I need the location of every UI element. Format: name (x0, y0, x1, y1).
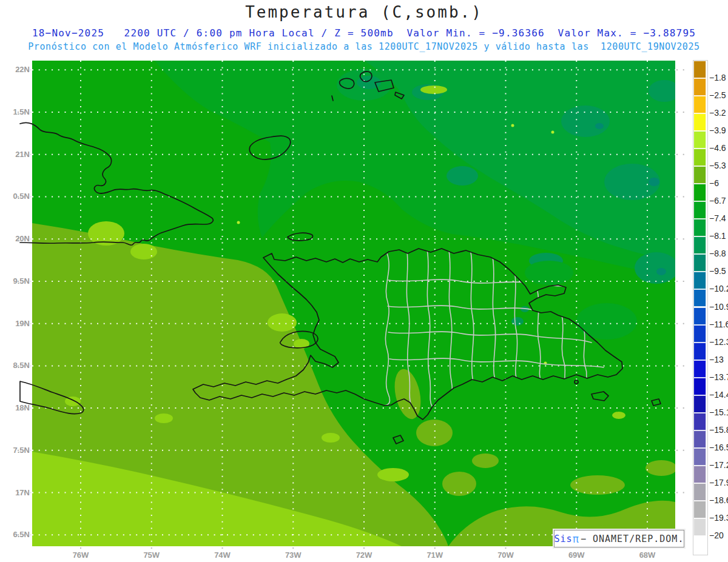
colorbar-tick-label: −17.9 (709, 478, 728, 487)
lat-tick-label: 20N (0, 234, 30, 243)
colorbar-tick-label: −2.5 (709, 90, 726, 100)
colorbar-tick-label: −3.2 (709, 108, 726, 118)
colorbar-segment (693, 272, 706, 289)
lon-tick-label: 69W (558, 550, 595, 560)
colorbar-tick-label: −12.3 (709, 337, 728, 347)
colorbar-segment (693, 113, 706, 131)
colorbar-tick-label: −5.3 (709, 161, 726, 170)
sispi-product-label: Sis (554, 534, 573, 544)
colorbar-tick-label: −13 (709, 355, 724, 364)
lat-tick-label: 9.5N (0, 276, 30, 286)
colorbar-segment (693, 236, 706, 254)
colorbar-tick-label: −18.6 (709, 495, 728, 505)
lat-tick-label: 6.5N (0, 530, 30, 539)
temperature-map-canvas (0, 0, 728, 562)
colorbar-segment (693, 501, 706, 518)
lon-tick-label: 68W (629, 550, 666, 560)
lat-tick-label: 18N (0, 403, 30, 412)
lon-tick-label: 75W (133, 550, 170, 560)
colorbar-tick-label: −7.4 (709, 213, 726, 223)
colorbar-tick-label: −4.6 (709, 143, 726, 153)
onamet-branding-badge: Sisπ− ONAMET/REP.DOM. (554, 530, 684, 547)
colorbar-segment (693, 448, 706, 466)
colorbar-tick-label: −14.4 (709, 390, 728, 400)
colorbar-tick-label: −15.8 (709, 425, 728, 435)
lat-tick-label: 7.5N (0, 446, 30, 455)
lat-tick-label: 17N (0, 488, 30, 497)
colorbar-tick-label: −19.3 (709, 513, 728, 523)
colorbar-segment (693, 254, 706, 272)
colorbar-segment (693, 131, 706, 149)
badge-separator: − (581, 534, 593, 544)
colorbar-segment (693, 307, 706, 325)
colorbar-tick-label: −17.2 (709, 460, 728, 470)
colorbar-tick-label: −8.1 (709, 231, 726, 241)
lat-tick-label: 22N (0, 65, 30, 74)
colorbar-segment (693, 343, 706, 360)
colorbar-tick-label: −9.5 (709, 266, 726, 276)
colorbar-segment (693, 166, 706, 184)
lat-tick-label: 0.5N (0, 192, 30, 201)
colorbar-segment (693, 325, 706, 343)
colorbar-segment (693, 378, 706, 395)
weather-map-page: Temperatura (C,somb.) 18−Nov−2025 2200 U… (0, 0, 728, 562)
lon-tick-label: 73W (275, 550, 311, 560)
colorbar-tick-label: −8.8 (709, 249, 726, 258)
colorbar-segment (693, 149, 706, 166)
colorbar-segment (693, 466, 706, 483)
colorbar-segment (693, 395, 706, 413)
agency-label: ONAMET/REP.DOM. (593, 534, 684, 544)
lat-tick-label: 1.5N (0, 107, 30, 116)
lat-tick-label: 8.5N (0, 361, 30, 370)
colorbar-segment (693, 483, 706, 501)
colorbar-segment (693, 201, 706, 219)
colorbar-segment (693, 78, 706, 96)
lon-tick-label: 71W (417, 550, 453, 560)
colorbar-segment (693, 413, 706, 430)
colorbar-segment (693, 184, 706, 201)
colorbar-tick-label: −6.7 (709, 196, 726, 206)
colorbar-tick-label: −15.1 (709, 407, 728, 417)
lon-tick-label: 72W (346, 550, 382, 560)
colorbar-tick-label: −1.8 (709, 73, 726, 82)
lon-tick-label: 76W (62, 550, 99, 560)
lat-tick-label: 19N (0, 319, 30, 328)
temperature-field (32, 61, 680, 546)
colorbar-tick-label: −6 (709, 178, 719, 188)
colorbar-tick-label: −10.2 (709, 284, 728, 293)
colorbar-segment (693, 61, 706, 78)
colorbar-tick-label: −10.9 (709, 302, 728, 312)
colorbar-segment (693, 430, 706, 448)
lat-tick-label: 21N (0, 150, 30, 159)
lon-tick-label: 74W (204, 550, 241, 560)
colorbar-segment (693, 96, 706, 113)
colorbar-tick-label: −16.5 (709, 443, 728, 452)
colorbar-tick-label: −11.6 (709, 319, 728, 329)
colorbar-tick-label: −13.7 (709, 372, 728, 382)
lon-tick-label: 70W (488, 550, 524, 560)
colorbar-segment (693, 518, 706, 536)
colorbar-tick-label: −3.9 (709, 125, 726, 135)
colorbar-segment (693, 360, 706, 378)
colorbar-tick-label: −20 (709, 530, 724, 540)
colorbar-segment (693, 536, 706, 554)
colorbar-segment (693, 219, 706, 236)
colorbar-segment (693, 289, 706, 307)
pi-symbol: π (573, 533, 579, 545)
